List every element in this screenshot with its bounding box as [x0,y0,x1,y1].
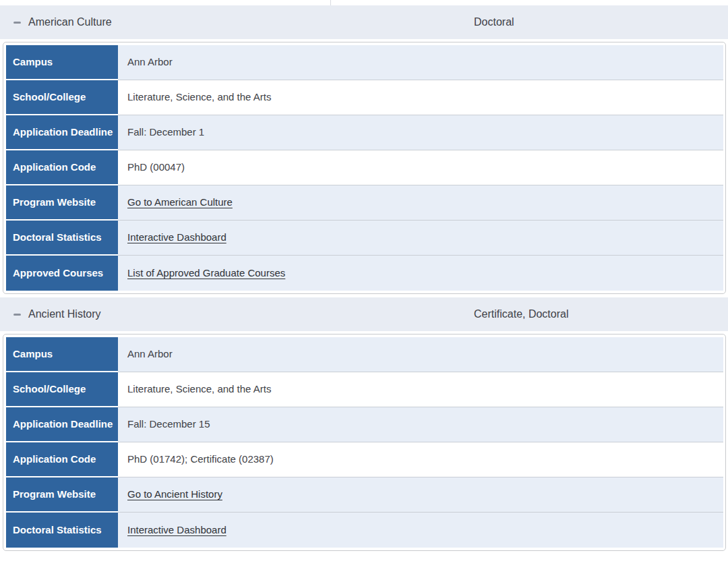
detail-row: School/College Literature, Science, and … [6,80,723,115]
detail-row: Campus Ann Arbor [6,45,723,80]
detail-row: Program Website Go to Ancient History [6,477,723,513]
detail-row: Application Code PhD (00047) [6,150,723,185]
detail-value: Fall: December 15 [118,407,723,442]
detail-row: Application Deadline Fall: December 1 [6,115,723,150]
detail-row: Application Deadline Fall: December 15 [6,407,723,442]
detail-label: School/College [6,372,118,407]
detail-link[interactable]: Interactive Dashboard [127,230,226,245]
detail-row: Program Website Go to American Culture [6,185,723,221]
detail-label: Program Website [6,477,118,513]
program-section: American Culture Doctoral Campus Ann Arb… [0,5,728,294]
detail-value: Ann Arbor [118,45,723,80]
program-title: Ancient History [28,308,101,320]
detail-label: Application Code [6,150,118,185]
detail-link[interactable]: Interactive Dashboard [127,523,226,538]
program-title: American Culture [28,16,112,28]
collapse-minus-icon[interactable] [13,22,21,24]
detail-row: Doctoral Statistics Interactive Dashboar… [6,513,723,548]
detail-label: Doctoral Statistics [6,221,118,256]
detail-row: Approved Courses List of Approved Gradua… [6,256,723,291]
detail-value: Go to American Culture [118,185,723,221]
top-strip [0,0,728,5]
program-details-card: Campus Ann Arbor School/College Literatu… [3,334,726,551]
detail-value: Ann Arbor [118,337,723,372]
detail-label: Campus [6,337,118,372]
detail-label: Application Deadline [6,407,118,442]
detail-link[interactable]: List of Approved Graduate Courses [127,266,285,281]
detail-value: Interactive Dashboard [118,221,723,256]
detail-value: Fall: December 1 [118,115,723,150]
column-divider-line [330,0,331,5]
program-list: American Culture Doctoral Campus Ann Arb… [0,5,728,551]
detail-row: Doctoral Statistics Interactive Dashboar… [6,221,723,256]
detail-value: PhD (01742); Certificate (02387) [118,442,723,477]
program-details-card: Campus Ann Arbor School/College Literatu… [3,42,726,294]
collapse-minus-icon[interactable] [13,314,21,316]
detail-label: Approved Courses [6,256,118,291]
detail-value: List of Approved Graduate Courses [118,256,723,291]
detail-value: Literature, Science, and the Arts [118,372,723,407]
detail-value: Go to Ancient History [118,477,723,513]
accordion-header[interactable]: American Culture Doctoral [0,5,728,39]
detail-row: Application Code PhD (01742); Certificat… [6,442,723,477]
detail-link[interactable]: Go to American Culture [127,195,233,210]
program-section: Ancient History Certificate, Doctoral Ca… [0,297,728,551]
detail-label: Application Code [6,442,118,477]
detail-row: Campus Ann Arbor [6,337,723,372]
detail-link[interactable]: Go to Ancient History [127,487,222,502]
detail-label: Campus [6,45,118,80]
program-degrees: Certificate, Doctoral [474,297,569,331]
detail-value: PhD (00047) [118,150,723,185]
accordion-header[interactable]: Ancient History Certificate, Doctoral [0,297,728,331]
detail-row: School/College Literature, Science, and … [6,372,723,407]
program-degrees: Doctoral [474,5,514,39]
detail-label: Doctoral Statistics [6,513,118,548]
detail-label: Program Website [6,185,118,221]
detail-value: Literature, Science, and the Arts [118,80,723,115]
detail-label: Application Deadline [6,115,118,150]
detail-value: Interactive Dashboard [118,513,723,548]
detail-label: School/College [6,80,118,115]
